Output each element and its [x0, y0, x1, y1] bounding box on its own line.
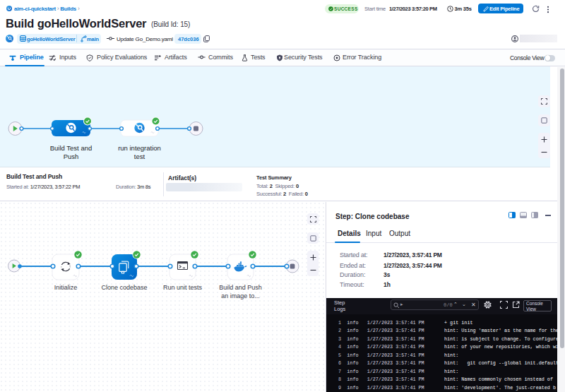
svg-text:Build Test and: Build Test and: [50, 144, 93, 152]
svg-text:run integration: run integration: [118, 144, 161, 152]
svg-text:Push: Push: [64, 153, 79, 160]
svg-text:Initialize: Initialize: [54, 284, 78, 291]
svg-text:Run unit tests: Run unit tests: [163, 284, 203, 291]
svg-text:Build and Push: Build and Push: [219, 284, 262, 291]
svg-text:test: test: [134, 153, 145, 160]
svg-text:Clone codebase: Clone codebase: [101, 284, 147, 291]
svg-text:an image to...: an image to...: [221, 292, 260, 299]
